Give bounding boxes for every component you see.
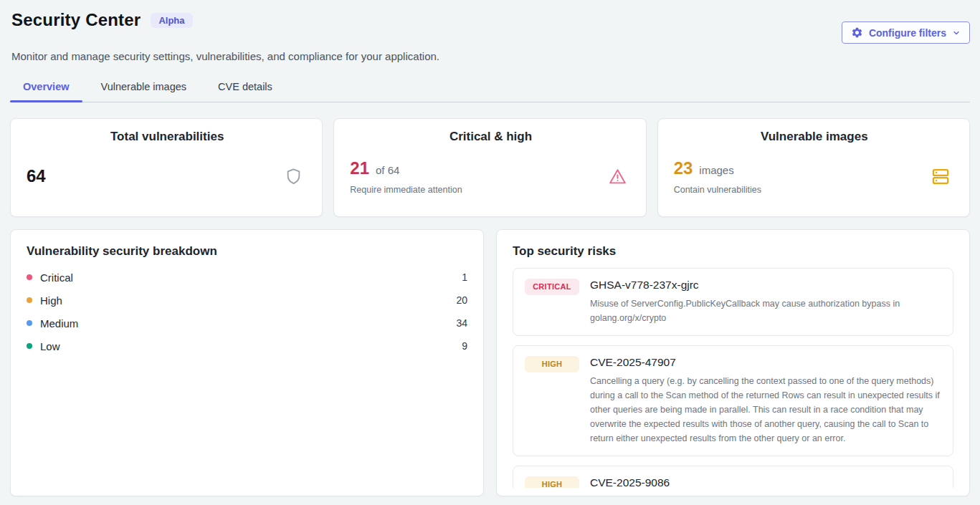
risk-description: Misuse of ServerConfig.PublicKeyCallback… bbox=[590, 297, 941, 325]
critical-severity-dot bbox=[27, 274, 32, 280]
risk-id: GHSA-v778-237x-gjrc bbox=[590, 279, 941, 292]
total-vulnerabilities-value: 64 bbox=[27, 166, 46, 186]
risk-item-cve-2025-9086[interactable]: HIGH CVE-2025-9086 bbox=[513, 466, 953, 488]
server-stack-icon bbox=[931, 167, 951, 186]
risk-list: CRITICAL GHSA-v778-237x-gjrc Misuse of S… bbox=[513, 268, 953, 488]
stat-card-title: Critical & high bbox=[350, 130, 631, 144]
breakdown-label: High bbox=[40, 294, 62, 307]
top-risks-title: Top security risks bbox=[513, 244, 953, 259]
vulnerable-images-value: 23 bbox=[674, 158, 693, 178]
breakdown-count: 9 bbox=[462, 340, 467, 352]
severity-badge-critical: CRITICAL bbox=[525, 279, 579, 295]
breakdown-label: Critical bbox=[40, 271, 73, 284]
page-subtitle: Monitor and manage security settings, vu… bbox=[10, 50, 970, 62]
vulnerability-breakdown-panel: Vulnerability security breakdown Critica… bbox=[10, 229, 484, 496]
stat-card-title: Total vulnerabilities bbox=[27, 130, 308, 144]
gear-icon bbox=[851, 27, 863, 39]
breakdown-label: Low bbox=[40, 340, 60, 352]
tab-overview[interactable]: Overview bbox=[10, 75, 82, 102]
breakdown-label: Medium bbox=[40, 317, 78, 330]
stat-card-title: Vulnerable images bbox=[674, 130, 955, 144]
risk-description: Cancelling a query (e.g. by cancelling t… bbox=[590, 374, 941, 446]
shield-icon bbox=[284, 167, 303, 186]
breakdown-row-medium: Medium 34 bbox=[27, 312, 467, 335]
chevron-down-icon bbox=[952, 29, 961, 37]
risk-item-ghsa-v778-237x-gjrc[interactable]: CRITICAL GHSA-v778-237x-gjrc Misuse of S… bbox=[513, 268, 953, 336]
tab-vulnerable-images[interactable]: Vulnerable images bbox=[88, 75, 200, 102]
stat-card-critical-high: Critical & high 21 of 64 Require immedia… bbox=[333, 118, 646, 217]
critical-high-value: 21 bbox=[350, 158, 369, 178]
breakdown-count: 34 bbox=[456, 317, 467, 329]
medium-severity-dot bbox=[27, 320, 32, 326]
stat-cards-row: Total vulnerabilities 64 Critical & high… bbox=[10, 118, 970, 217]
critical-high-subtext: Require immediate attention bbox=[350, 185, 462, 195]
configure-filters-label: Configure filters bbox=[869, 27, 946, 39]
breakdown-rows: Critical 1 High 20 Medium 34 Low 9 bbox=[27, 266, 467, 357]
breakdown-row-critical: Critical 1 bbox=[27, 266, 467, 289]
page-header: Security Center Alpha Configure filters bbox=[10, 10, 970, 44]
breakdown-count: 1 bbox=[462, 271, 467, 283]
title-group: Security Center Alpha bbox=[10, 10, 193, 30]
critical-high-suffix: of 64 bbox=[376, 164, 399, 176]
page-title: Security Center bbox=[11, 10, 141, 30]
severity-badge-high: HIGH bbox=[525, 356, 579, 372]
tab-cve-details[interactable]: CVE details bbox=[205, 75, 285, 102]
breakdown-count: 20 bbox=[456, 294, 467, 306]
low-severity-dot bbox=[27, 343, 32, 349]
risk-id: CVE-2025-9086 bbox=[590, 476, 941, 488]
configure-filters-button[interactable]: Configure filters bbox=[842, 21, 970, 44]
top-security-risks-panel: Top security risks CRITICAL GHSA-v778-23… bbox=[496, 229, 970, 496]
stat-card-vulnerable-images: Vulnerable images 23 images Contain vuln… bbox=[657, 118, 970, 217]
high-severity-dot bbox=[27, 297, 32, 303]
risk-id: CVE-2025-47907 bbox=[590, 356, 941, 369]
severity-badge-high: HIGH bbox=[525, 476, 579, 488]
breakdown-row-low: Low 9 bbox=[27, 335, 467, 357]
vulnerable-images-subtext: Contain vulnerabilities bbox=[674, 185, 761, 195]
breakdown-title: Vulnerability security breakdown bbox=[27, 244, 467, 259]
risk-item-cve-2025-47907[interactable]: HIGH CVE-2025-47907 Cancelling a query (… bbox=[513, 345, 953, 456]
panels-row: Vulnerability security breakdown Critica… bbox=[10, 229, 970, 496]
vulnerable-images-suffix: images bbox=[699, 164, 733, 176]
breakdown-row-high: High 20 bbox=[27, 289, 467, 312]
alpha-badge: Alpha bbox=[151, 13, 192, 28]
warning-triangle-icon bbox=[608, 167, 627, 186]
tab-bar: Overview Vulnerable images CVE details bbox=[10, 75, 970, 102]
security-center-page: Security Center Alpha Configure filters … bbox=[0, 0, 980, 496]
stat-card-total-vulnerabilities: Total vulnerabilities 64 bbox=[10, 118, 323, 217]
